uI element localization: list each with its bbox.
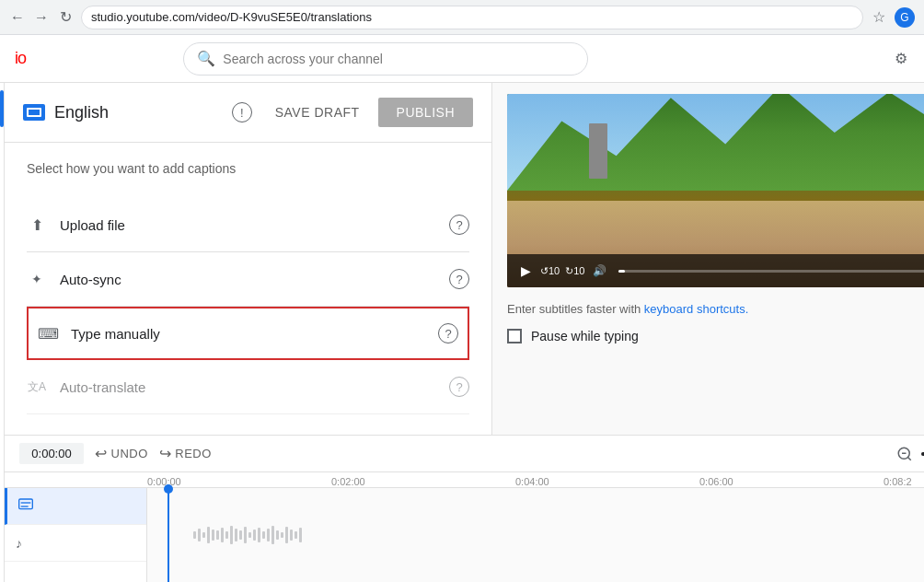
search-bar[interactable]: 🔍 (183, 42, 588, 76)
keyboard-icon: ⌨ (38, 323, 58, 343)
avatar-icon[interactable]: G (895, 7, 915, 28)
waveform-bar (262, 531, 265, 539)
ruler-mark-4: 0:08:2 (884, 476, 924, 487)
waveform-bar (248, 532, 251, 538)
panel-wrapper: English ! SAVE DRAFT PUBLISH Select how … (5, 83, 924, 435)
option-left-manual: ⌨ Type manually (38, 323, 160, 343)
waveform-bar (295, 531, 297, 539)
content-area: English ! SAVE DRAFT PUBLISH Select how … (5, 83, 924, 582)
refresh-icon[interactable]: ↻ (57, 9, 74, 26)
option-left-translate: 文A Auto-translate (27, 377, 145, 397)
caption-prompt: Select how you want to add captions (27, 161, 469, 176)
caption-icon (23, 104, 45, 121)
track-area[interactable] (147, 488, 924, 582)
waveform-bar (198, 529, 201, 541)
keyboard-shortcuts-link[interactable]: keyboard shortcuts. (644, 302, 748, 316)
waveform-bar (253, 530, 256, 541)
search-input[interactable] (223, 52, 574, 66)
settings-icon[interactable]: ⚙ (893, 51, 909, 67)
svg-rect-7 (19, 499, 33, 509)
pause-typing-checkbox[interactable] (507, 329, 522, 343)
caption-icon-inner (27, 108, 41, 117)
forward-icon[interactable]: → (33, 9, 50, 26)
sidebar-indicator (0, 90, 4, 127)
subtitle-hint-text: Enter subtitles faster with (507, 302, 644, 316)
waveform-bar (276, 530, 279, 540)
captions-track-icon (18, 498, 33, 514)
timeline-bar: ↩ UNDO ↪ REDO (5, 435, 924, 582)
undo-button[interactable]: ↩ UNDO (95, 445, 148, 462)
ruler-mark-2: 0:04:00 (515, 476, 699, 487)
zoom-out-icon[interactable] (895, 445, 914, 463)
waveform-bar (299, 528, 302, 542)
right-panel: ▶ ↺10 ↻10 🔊 0:00 / 3:07 (492, 83, 924, 435)
url-text: studio.youtube.com/video/D-K9vuSE5E0/tra… (91, 10, 372, 24)
waveform-bar (244, 527, 247, 543)
type-manually-option[interactable]: ⌨ Type manually ? (27, 307, 469, 360)
manual-help-icon[interactable]: ? (438, 323, 458, 343)
redo-icon: ↪ (159, 445, 172, 462)
waveform-bar (267, 529, 270, 541)
waveform-bar (285, 527, 288, 543)
video-container: ▶ ↺10 ↻10 🔊 0:00 / 3:07 (492, 83, 924, 295)
progress-bar-fill (618, 270, 626, 273)
back-icon[interactable]: ← (9, 9, 26, 26)
waveform-bar (239, 530, 242, 540)
upload-file-option[interactable]: ⬆ Upload file ? (27, 198, 469, 252)
upload-help-icon[interactable]: ? (449, 215, 469, 235)
save-draft-button[interactable]: SAVE DRAFT (264, 99, 371, 125)
publish-button[interactable]: PUBLISH (378, 98, 473, 127)
ruler-mark-3: 0:06:00 (699, 476, 884, 487)
track-label-audio[interactable]: ♪ (5, 525, 146, 562)
video-controls: ▶ ↺10 ↻10 🔊 0:00 / 3:07 (507, 254, 924, 287)
upload-icon: ⬆ (27, 215, 47, 235)
play-button[interactable]: ▶ (516, 262, 535, 280)
waveform-bar (216, 530, 219, 540)
waveform-bar (221, 528, 224, 542)
panel-title: English (54, 103, 109, 122)
audio-track-icon: ♪ (16, 536, 22, 551)
option-left-upload: ⬆ Upload file (27, 215, 125, 235)
time-input[interactable] (19, 443, 84, 464)
zoom-slider-fill (921, 452, 924, 456)
autosync-option[interactable]: ✦ Auto-sync ? (27, 252, 469, 307)
bookmark-icon[interactable]: ☆ (871, 9, 887, 26)
timeline-tracks: ♪ (5, 488, 924, 582)
autosync-help-icon[interactable]: ? (449, 269, 469, 289)
upload-label: Upload file (60, 217, 125, 233)
video-statue (589, 123, 607, 179)
rewind-button[interactable]: ↺10 (540, 262, 560, 280)
waveform-bar (202, 532, 205, 538)
header-actions: ! SAVE DRAFT PUBLISH (227, 98, 473, 127)
forward-button[interactable]: ↻10 (565, 262, 584, 280)
panel-header: English ! SAVE DRAFT PUBLISH (5, 83, 491, 143)
autosync-icon: ✦ (27, 269, 47, 289)
pause-typing-row: Pause while typing (492, 323, 924, 349)
option-left-autosync: ✦ Auto-sync (27, 269, 121, 289)
url-bar[interactable]: studio.youtube.com/video/D-K9vuSE5E0/tra… (81, 6, 863, 29)
zoom-controls: + (895, 443, 924, 464)
volume-button[interactable]: 🔊 (591, 262, 609, 280)
waveform-bar (258, 528, 260, 542)
waveform-bar (271, 526, 274, 544)
audio-waveform (193, 526, 924, 544)
timeline-controls: ↩ UNDO ↪ REDO (5, 436, 924, 472)
info-button[interactable]: ! (227, 98, 257, 127)
timeline-ruler: 0:00:00 0:02:00 0:04:00 0:06:00 0:08:2 (5, 472, 924, 488)
left-panel: English ! SAVE DRAFT PUBLISH Select how … (5, 83, 492, 435)
zoom-slider[interactable] (921, 452, 924, 456)
track-label-captions[interactable] (5, 488, 146, 525)
waveform-bar (290, 530, 293, 541)
translate-label: Auto-translate (60, 379, 145, 395)
ruler-mark-0: 0:00:00 (147, 476, 331, 487)
autosync-label: Auto-sync (60, 272, 121, 287)
info-icon: ! (232, 102, 252, 122)
waveform-bar (225, 531, 228, 539)
main-layout: English ! SAVE DRAFT PUBLISH Select how … (0, 83, 924, 582)
search-icon: 🔍 (197, 50, 215, 67)
browser-chrome: ← → ↻ studio.youtube.com/video/D-K9vuSE5… (0, 0, 924, 35)
caption-options: Select how you want to add captions ⬆ Up… (5, 143, 491, 435)
redo-button[interactable]: ↪ REDO (159, 445, 212, 462)
undo-label: UNDO (111, 447, 148, 460)
progress-bar[interactable] (618, 270, 925, 273)
